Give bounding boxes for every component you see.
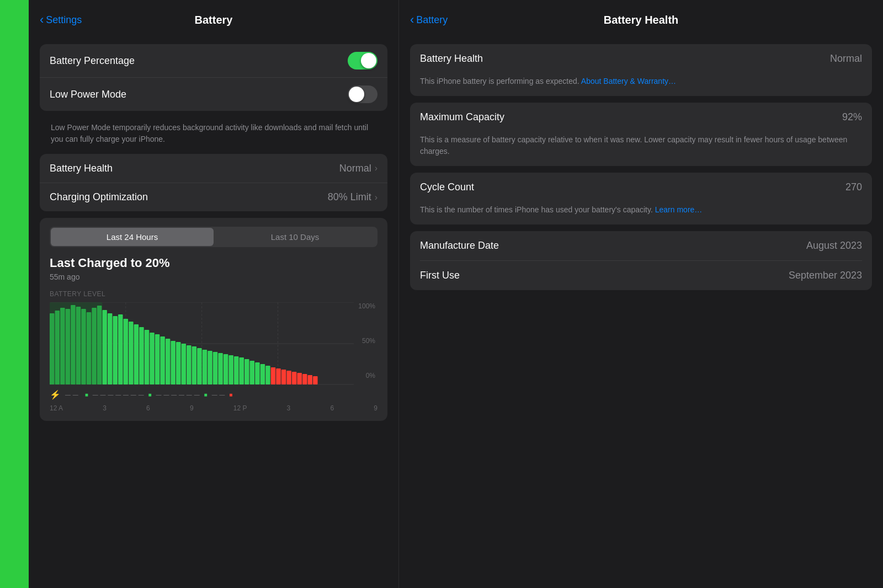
chevron-right-icon: › [375, 163, 377, 173]
battery-health-title: Battery Health [604, 14, 679, 26]
first-use-row: First Use September 2023 [410, 261, 872, 290]
cycle-count-label: Cycle Count [420, 181, 474, 193]
settings-back-button[interactable]: ‹ Settings [40, 14, 82, 26]
charging-optimization-label: Charging Optimization [50, 191, 148, 203]
x-label-12a: 12 A [50, 404, 63, 412]
cycle-count-row: Cycle Count 270 [410, 173, 872, 202]
battery-health-info-row: Battery Health Normal [410, 44, 872, 73]
svg-rect-26 [155, 334, 159, 384]
low-power-description: Low Power Mode temporarily reduces backg… [40, 117, 387, 154]
x-label-3: 3 [103, 404, 107, 412]
cycle-count-value: 270 [845, 181, 862, 193]
svg-rect-50 [281, 370, 286, 384]
svg-rect-16 [102, 310, 107, 384]
y-label-50: 50% [362, 337, 375, 345]
last-24h-button[interactable]: Last 24 Hours [51, 228, 214, 246]
svg-rect-27 [160, 336, 164, 384]
battery-health-info-value: Normal [830, 53, 862, 65]
battery-chart-card: Last 24 Hours Last 10 Days Last Charged … [40, 218, 387, 421]
x-label-12p: 12 P [233, 404, 247, 412]
battery-percentage-toggle[interactable] [348, 52, 377, 70]
battery-health-nav-bar: ‹ Battery Battery Health [399, 0, 883, 40]
max-capacity-card: Maximum Capacity 92% This is a measure o… [410, 103, 872, 166]
x-label-9p: 9 [374, 404, 377, 412]
svg-rect-41 [234, 356, 238, 384]
svg-rect-48 [271, 367, 275, 384]
chart-wrapper: 100% 50% 0% [50, 302, 377, 387]
svg-rect-37 [213, 352, 217, 384]
chart-inner [50, 302, 354, 387]
svg-rect-31 [182, 344, 186, 384]
svg-rect-47 [265, 366, 270, 384]
battery-health-panel: ‹ Battery Battery Health Battery Health … [398, 0, 883, 588]
svg-rect-23 [139, 327, 143, 384]
battery-health-value: Normal [339, 163, 371, 174]
battery-percentage-label: Battery Percentage [50, 55, 135, 67]
max-capacity-label: Maximum Capacity [420, 111, 504, 123]
battery-settings-panel: ‹ Settings Battery Battery Percentage Lo… [29, 0, 398, 588]
back-chevron-icon: ‹ [40, 14, 44, 26]
battery-health-value-row: Normal › [339, 163, 377, 174]
svg-rect-34 [197, 348, 201, 384]
svg-rect-43 [244, 359, 249, 384]
svg-rect-32 [187, 345, 191, 384]
svg-rect-42 [240, 357, 244, 384]
manufacture-date-label: Manufacture Date [420, 240, 499, 252]
x-label-9: 9 [190, 404, 194, 412]
charging-optimization-row[interactable]: Charging Optimization 80% Limit › [40, 183, 387, 211]
toggle-knob [361, 53, 376, 68]
dash-3: ─ ─ ─ ─ ─ ─ [156, 391, 200, 399]
charging-bolt-icon: ⚡ [50, 389, 61, 400]
svg-rect-56 [313, 376, 317, 384]
low-power-mode-row[interactable]: Low Power Mode [40, 77, 387, 111]
low-power-toggle[interactable] [348, 85, 377, 103]
dash-4: ─ ─ [212, 391, 225, 399]
battery-nav-bar: ‹ Settings Battery [29, 0, 398, 40]
svg-rect-25 [150, 333, 154, 384]
svg-rect-24 [145, 330, 149, 384]
battery-health-content: Battery Health Normal This iPhone batter… [399, 40, 883, 588]
charging-optimization-value-row: 80% Limit › [328, 191, 377, 203]
x-label-6p: 6 [330, 404, 334, 412]
about-battery-link[interactable]: About Battery & Warranty… [581, 77, 676, 85]
svg-rect-46 [260, 364, 265, 384]
svg-rect-20 [124, 319, 128, 384]
battery-health-info-label: Battery Health [420, 53, 483, 65]
toggles-card: Battery Percentage Low Power Mode [40, 44, 387, 111]
svg-rect-19 [118, 314, 123, 384]
last-charged-title: Last Charged to 20% [50, 256, 377, 270]
chart-y-labels: 100% 50% 0% [358, 302, 377, 379]
toggle-knob-2 [349, 87, 364, 102]
svg-rect-49 [276, 368, 280, 384]
x-label-6: 6 [146, 404, 150, 412]
battery-back-button[interactable]: ‹ Battery [410, 14, 448, 26]
battery-health-description: This iPhone battery is performing as exp… [410, 73, 872, 96]
low-power-label: Low Power Mode [50, 89, 126, 100]
svg-rect-51 [286, 371, 291, 384]
svg-rect-36 [208, 351, 212, 384]
learn-more-link[interactable]: Learn more… [655, 205, 703, 214]
cycle-count-card: Cycle Count 270 This is the number of ti… [410, 173, 872, 224]
first-use-label: First Use [420, 270, 460, 281]
last-10d-button[interactable]: Last 10 Days [214, 228, 376, 246]
battery-health-row[interactable]: Battery Health Normal › [40, 154, 387, 183]
battery-percentage-row[interactable]: Battery Percentage [40, 44, 387, 77]
svg-rect-30 [176, 342, 180, 384]
svg-rect-40 [228, 355, 233, 384]
svg-rect-39 [224, 354, 228, 384]
time-segment-control[interactable]: Last 24 Hours Last 10 Days [50, 227, 377, 247]
green-dot-1: ■ [85, 392, 88, 398]
dash-2: ─ ─ ─ ─ ─ ─ ─ [93, 391, 144, 399]
battery-level-label: BATTERY LEVEL [50, 290, 377, 298]
manufacture-date-row: Manufacture Date August 2023 [410, 231, 872, 260]
svg-rect-35 [203, 350, 207, 384]
green-dot-2: ■ [148, 392, 152, 398]
last-charged-subtitle: 55m ago [50, 272, 377, 281]
green-dot-3: ■ [204, 392, 208, 398]
battery-back-chevron-icon: ‹ [410, 14, 414, 26]
battery-content: Battery Percentage Low Power Mode Low Po… [29, 40, 398, 588]
svg-rect-29 [171, 341, 175, 384]
manufacture-date-value: August 2023 [806, 240, 862, 252]
svg-rect-52 [292, 372, 296, 384]
svg-rect-33 [192, 346, 196, 384]
